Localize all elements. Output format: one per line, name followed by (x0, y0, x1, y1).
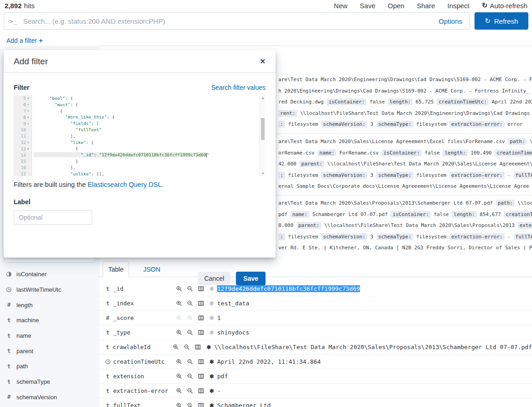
filter-field-present-icon[interactable]: ✱ (206, 315, 217, 321)
tab-json[interactable]: JSON (138, 261, 166, 277)
sidebar-field-name[interactable]: tname (0, 328, 99, 344)
field-badge: schemaType: (376, 121, 413, 128)
sidebar-field-machine[interactable]: tmachine (0, 313, 99, 328)
detail-field-name: _index (113, 300, 173, 307)
field-badge: schemaVersion: (321, 233, 367, 240)
filter-out-value-icon[interactable] (184, 388, 195, 394)
doc-text: are\Test Data March 2020\Sales\License A… (278, 139, 508, 144)
filter-field-present-icon[interactable]: ✱ (206, 300, 217, 307)
line-number: 15 (14, 158, 32, 165)
filter-for-value-icon[interactable] (173, 300, 184, 307)
filter-field-present-icon[interactable]: ✱ (206, 402, 217, 407)
filter-field-present-icon[interactable]: ✱ (206, 359, 217, 365)
sidebar-field-lastWriteTimeUtc[interactable]: lastWriteTimeUtc (0, 282, 99, 298)
filter-out-value-icon[interactable] (184, 330, 195, 336)
filter-for-value-icon[interactable] (173, 359, 184, 365)
toggle-column-icon[interactable] (195, 373, 206, 380)
dsl-note: Filters are built using the Elasticsearc… (14, 181, 266, 188)
filter-field-present-icon[interactable]: ✱ (206, 330, 217, 336)
sidebar-field-parent[interactable]: tparent (0, 343, 99, 359)
cancel-button[interactable]: Cancel (198, 272, 231, 285)
detail-field-name: _score (113, 314, 173, 321)
field-badge: schemaType: (376, 233, 413, 240)
filter-field-present-icon[interactable]: ✱ (203, 344, 214, 350)
elasticsearch-dsl-link[interactable]: Elasticsearch Query DSL (88, 181, 162, 188)
editor-line: 10 "fullText" (14, 127, 266, 133)
menu-item-new[interactable]: New (334, 2, 348, 10)
query-dsl-editor[interactable]: 5▾ "bool": {6▾ "must": [7▾ {8▾ "more_lik… (14, 95, 266, 176)
toggle-column-icon[interactable] (195, 300, 206, 307)
sidebar-field-schemaType[interactable]: tschemaType (0, 374, 99, 390)
menu-item-open[interactable]: Open (388, 2, 405, 10)
code-token: "like" (70, 140, 86, 145)
fold-caret-icon[interactable]: ▾ (26, 147, 30, 151)
field-badge: path: (508, 138, 527, 145)
sidebar-field-schemaVersion[interactable]: #schemaVersion (0, 390, 99, 405)
scroll-up-icon[interactable]: ▲ (260, 96, 266, 100)
filter-for-value-icon[interactable] (173, 402, 184, 407)
toggle-column-icon[interactable] (195, 388, 206, 394)
menu-item-save[interactable]: Save (360, 2, 376, 10)
filter-out-value-icon[interactable] (184, 373, 195, 380)
search-box[interactable]: >_ Options (4, 12, 470, 30)
filter-out-value-icon[interactable] (184, 359, 195, 365)
top-bar: 2,892 hits NewSaveOpenShareInspect ↻ Aut… (0, 0, 532, 11)
fold-caret-icon[interactable]: ▾ (26, 115, 30, 119)
field-badge: extraction-error: (449, 172, 505, 179)
doc-text: filesystem (413, 121, 449, 127)
filter-field-present-icon[interactable]: ✱ (206, 388, 217, 394)
doc-text: false (366, 99, 387, 105)
sidebar-field-path[interactable]: tpath (0, 359, 99, 374)
fold-caret-icon[interactable]: ▾ (26, 109, 30, 113)
filter-out-value-icon[interactable] (184, 315, 195, 321)
document-line: : filesystem schemaVersion: 3 schemaType… (278, 119, 532, 130)
fold-caret-icon[interactable]: ▾ (26, 96, 30, 100)
toggle-column-icon[interactable] (195, 359, 206, 365)
filter-for-value-icon[interactable] (173, 315, 184, 321)
editor-scrollbar[interactable]: ▲ ▼ (260, 95, 266, 176)
menu-item-inspect[interactable]: Inspect (448, 2, 469, 10)
filter-out-value-icon[interactable] (181, 344, 192, 350)
filter-out-value-icon[interactable] (184, 402, 195, 407)
filter-field-present-icon[interactable]: ✱ (206, 286, 217, 292)
filter-for-value-icon[interactable] (173, 373, 184, 380)
filter-field-present-icon[interactable]: ✱ (206, 373, 217, 380)
document-row[interactable]: are\Test Data March 2020\Sales\Proposals… (276, 195, 532, 257)
auto-refresh-button[interactable]: ↻ Auto-refresh (482, 1, 527, 10)
save-button[interactable]: Save (236, 272, 266, 285)
fold-caret-icon[interactable]: ▾ (26, 140, 30, 144)
line-number: 9▾ (14, 120, 32, 127)
filter-for-value-icon[interactable] (173, 388, 184, 394)
scroll-down-icon[interactable]: ▼ (260, 172, 266, 175)
tab-table[interactable]: Table (103, 261, 129, 277)
add-filter-link[interactable]: Add a filter + (6, 36, 43, 44)
toggle-column-icon[interactable] (195, 330, 206, 336)
document-row[interactable]: are\Test Data March 2020\Sales\License A… (276, 134, 532, 195)
refresh-button[interactable]: ↻ Refresh (475, 12, 528, 30)
filter-for-value-icon[interactable] (173, 286, 184, 292)
document-row[interactable]: are\Test Data March 2020\Engineering\Dra… (276, 72, 532, 134)
options-link[interactable]: Options (438, 17, 462, 25)
fold-caret-icon[interactable]: ▾ (26, 122, 30, 126)
code-token: : [ (91, 121, 99, 126)
menu-item-share[interactable]: Share (417, 2, 435, 10)
filter-for-value-icon[interactable] (173, 330, 184, 336)
filter-out-value-icon[interactable] (184, 286, 195, 292)
close-icon[interactable]: ✕ (260, 57, 266, 66)
toggle-column-icon[interactable] (195, 402, 206, 407)
toggle-column-icon[interactable] (192, 344, 203, 350)
toggle-column-icon[interactable] (195, 286, 206, 292)
fold-caret-icon[interactable]: ▾ (26, 103, 30, 107)
toggle-column-icon[interactable] (195, 315, 206, 321)
sidebar-field-length[interactable]: #length (0, 297, 99, 313)
filter-for-value-icon[interactable] (170, 344, 181, 350)
search-input[interactable] (23, 17, 439, 25)
refresh-label: Refresh (494, 17, 518, 25)
scrollbar-thumb[interactable] (261, 118, 265, 140)
sidebar-field-isContainer[interactable]: isContainer (0, 267, 99, 282)
search-filter-values-link[interactable]: Search filter values (211, 84, 266, 91)
line-number: 8▾ (14, 114, 32, 120)
code-token: : [ (86, 140, 94, 145)
filter-label-input[interactable] (14, 210, 92, 225)
filter-out-value-icon[interactable] (184, 300, 195, 307)
